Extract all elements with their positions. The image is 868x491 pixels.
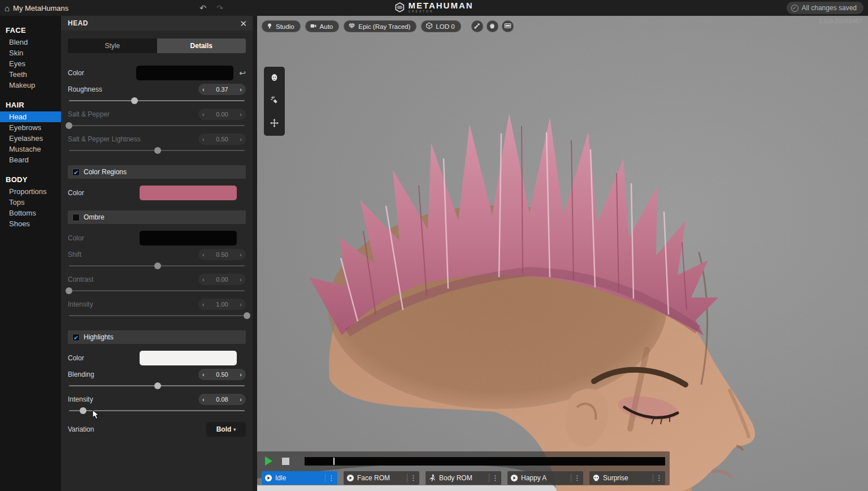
- head-properties-panel: HEAD ✕ StyleDetails Color↩Roughness‹0.37…: [61, 16, 253, 491]
- slider-value[interactable]: 0.50: [216, 251, 228, 258]
- redo-icon[interactable]: ↷: [214, 2, 226, 14]
- sidebar-item-beard[interactable]: Beard: [0, 154, 61, 165]
- reset-icon[interactable]: ↩: [233, 68, 246, 77]
- clip-face-rom[interactable]: Face ROM⋮: [344, 471, 419, 485]
- clip-body-rom[interactable]: Body ROM⋮: [426, 471, 501, 485]
- chevron-right-icon[interactable]: ›: [240, 252, 242, 258]
- viewport-pill-studio[interactable]: Studio: [262, 20, 301, 32]
- slider-thumb[interactable]: [244, 312, 250, 319]
- chevron-right-icon[interactable]: ›: [240, 397, 242, 403]
- unchecked-checkbox[interactable]: [72, 214, 80, 221]
- tab-details[interactable]: Details: [157, 38, 246, 53]
- lod-cube-icon: [426, 21, 433, 32]
- slider-track[interactable]: [68, 311, 246, 320]
- sidebar-item-tops[interactable]: Tops: [0, 197, 61, 208]
- chevron-right-icon[interactable]: ›: [240, 111, 242, 118]
- color-swatch[interactable]: [140, 231, 237, 246]
- kebab-menu-icon[interactable]: ⋮: [489, 473, 501, 483]
- kebab-menu-icon[interactable]: ⋮: [325, 473, 337, 483]
- move-tool-button[interactable]: [267, 117, 282, 131]
- checked-checkbox[interactable]: ✔: [72, 334, 80, 341]
- clip-surprise[interactable]: Surprise⋮: [589, 471, 665, 485]
- kebab-menu-icon[interactable]: ⋮: [571, 473, 583, 483]
- slider-track[interactable]: [68, 406, 246, 415]
- sidebar-item-skin[interactable]: Skin: [0, 48, 61, 58]
- head-tool-button[interactable]: [267, 71, 282, 86]
- chevron-left-icon[interactable]: ‹: [202, 372, 205, 378]
- sidebar-item-proportions[interactable]: Proportions: [0, 186, 61, 197]
- slider-thumb[interactable]: [131, 97, 138, 104]
- chevron-right-icon[interactable]: ›: [240, 136, 242, 143]
- kebab-menu-icon[interactable]: ⋮: [407, 473, 419, 483]
- viewport-pill-auto[interactable]: Auto: [305, 20, 340, 32]
- chevron-left-icon[interactable]: ‹: [202, 87, 205, 93]
- chevron-left-icon[interactable]: ‹: [202, 252, 205, 258]
- chevron-left-icon[interactable]: ‹: [202, 397, 205, 403]
- 3d-viewport[interactable]: 1.0.0-20263487 StudioAutoEpic (Ray Trace…: [257, 16, 868, 491]
- sidebar-item-mustache[interactable]: Mustache: [0, 144, 61, 154]
- chevron-left-icon[interactable]: ‹: [202, 277, 205, 283]
- sidebar-item-makeup[interactable]: Makeup: [0, 80, 61, 91]
- viewport-pill-epic-ray-traced-[interactable]: Epic (Ray Traced): [344, 20, 416, 32]
- viewport-pill-lod-0[interactable]: LOD 0: [421, 20, 461, 32]
- chevron-right-icon[interactable]: ›: [240, 277, 242, 283]
- checked-checkbox[interactable]: ✔: [72, 169, 80, 176]
- sidebar-item-head[interactable]: Head: [0, 111, 61, 122]
- groom-visibility-toggle[interactable]: [487, 20, 498, 32]
- slider-value[interactable]: 0.00: [216, 276, 228, 283]
- slider-thumb[interactable]: [66, 122, 72, 129]
- clip-happy-a[interactable]: Happy A⋮: [507, 471, 583, 485]
- chevron-left-icon[interactable]: ‹: [202, 302, 205, 308]
- sidebar-item-blend[interactable]: Blend: [0, 37, 61, 48]
- bone-toggle[interactable]: [471, 20, 483, 32]
- slider-track[interactable]: [68, 121, 246, 130]
- home-link[interactable]: ⌂ My MetaHumans: [5, 0, 68, 16]
- slider-track[interactable]: [68, 96, 246, 105]
- panel-scrollbar-gutter[interactable]: [253, 16, 257, 491]
- slider-value[interactable]: 1.00: [216, 301, 228, 308]
- timeline-scrubber[interactable]: [305, 457, 665, 466]
- slider-track[interactable]: [68, 381, 246, 390]
- slider-thumb[interactable]: [80, 407, 86, 414]
- slider-value[interactable]: 0.00: [216, 111, 228, 118]
- slider-track[interactable]: [68, 146, 246, 155]
- sidebar-item-eyes[interactable]: Eyes: [0, 58, 61, 69]
- slider-value[interactable]: 0.50: [216, 371, 228, 378]
- undo-icon[interactable]: ↶: [197, 2, 209, 14]
- slider-thumb[interactable]: [154, 382, 161, 389]
- stop-button[interactable]: [282, 458, 289, 465]
- slider-track[interactable]: [68, 286, 246, 295]
- clip-idle[interactable]: Idle⋮: [262, 471, 337, 485]
- chevron-right-icon[interactable]: ›: [240, 87, 242, 93]
- slider-thumb[interactable]: [154, 147, 161, 154]
- slider-thumb[interactable]: [66, 287, 72, 294]
- color-swatch[interactable]: [140, 186, 237, 200]
- close-icon[interactable]: ✕: [240, 19, 247, 28]
- slider-label: Salt & Pepper Lightness: [68, 135, 198, 143]
- letterbox-toggle[interactable]: [502, 20, 514, 32]
- color-swatch[interactable]: [136, 66, 233, 80]
- slider-value[interactable]: 0.50: [216, 136, 228, 143]
- value-stepper: ‹0.50›: [198, 249, 246, 260]
- sidebar-item-shoes[interactable]: Shoes: [0, 218, 61, 229]
- variation-dropdown[interactable]: Bold▾: [206, 422, 246, 437]
- color-swatch[interactable]: [140, 351, 237, 365]
- slider-value[interactable]: 0.37: [216, 86, 228, 93]
- sidebar-item-teeth[interactable]: Teeth: [0, 69, 61, 80]
- chevron-left-icon[interactable]: ‹: [202, 136, 205, 143]
- groom-tool-button[interactable]: [267, 94, 282, 109]
- sidebar-item-eyelashes[interactable]: Eyelashes: [0, 133, 61, 144]
- sidebar-section-title: BODY: [0, 172, 61, 186]
- chevron-right-icon[interactable]: ›: [240, 302, 242, 308]
- slider-thumb[interactable]: [154, 262, 161, 269]
- sidebar-item-eyebrows[interactable]: Eyebrows: [0, 122, 61, 133]
- sidebar-item-bottoms[interactable]: Bottoms: [0, 208, 61, 218]
- slider-track[interactable]: [68, 261, 246, 270]
- play-button[interactable]: [265, 456, 272, 466]
- kebab-menu-icon[interactable]: ⋮: [653, 473, 665, 483]
- chevron-left-icon[interactable]: ‹: [202, 111, 205, 118]
- slider-value[interactable]: 0.08: [216, 396, 228, 403]
- playhead-marker[interactable]: [333, 458, 335, 465]
- chevron-right-icon[interactable]: ›: [240, 372, 242, 378]
- tab-style[interactable]: Style: [68, 38, 157, 53]
